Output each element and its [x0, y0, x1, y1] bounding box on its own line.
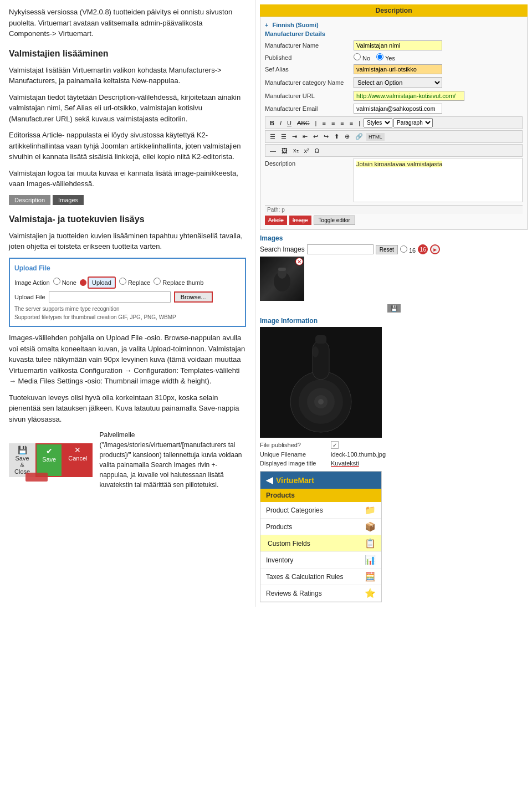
save-button[interactable]: ✔ Save [35, 443, 63, 477]
superscript-btn[interactable]: x² [302, 146, 311, 155]
omega-btn[interactable]: Ω [313, 146, 321, 155]
taxes-icon: 🧮 [365, 571, 376, 582]
editor-toolbar-row1: B I U ABC | ≡ ≡ ≡ ≡ | Styles Paragraph [265, 116, 523, 129]
bold-btn[interactable]: B [268, 119, 277, 127]
indent-btn[interactable]: ⇥ [290, 132, 299, 141]
product-categories-label: Product Categories [266, 506, 323, 514]
redo-btn[interactable]: ↪ [321, 132, 331, 141]
italic-btn[interactable]: I [278, 119, 284, 127]
email-input[interactable] [354, 104, 442, 114]
tab-images[interactable]: Images [53, 195, 84, 205]
save-label: Save [42, 456, 56, 463]
image-info-section: Image Information [260, 317, 528, 602]
svg-point-11 [312, 346, 319, 357]
lang-label: Finnish (Suomi) [273, 22, 319, 28]
replace-thumb-option[interactable]: Replace thumb [154, 278, 203, 288]
list-ol-btn[interactable]: ☰ [268, 132, 278, 141]
editor-toolbar-row2: ☰ ☰ ⇥ ⇤ ↩ ↪ ⬆ ⊕ 🔗 HTML [265, 130, 523, 143]
vm-menu-products[interactable]: Products 📦 [260, 519, 381, 535]
upload2-btn[interactable]: ⬆ [332, 132, 341, 141]
description-tab-button[interactable]: Description [260, 4, 528, 17]
manufacturer-name-control [354, 40, 523, 50]
sef-alias-label: Sef Alias [265, 66, 354, 73]
subscript-btn[interactable]: x₂ [291, 146, 301, 155]
page-16-active[interactable]: 16 [418, 244, 428, 254]
image-button[interactable]: Image [289, 216, 311, 225]
image-info-title: Image Information [260, 317, 528, 325]
url-row: Manufacturer URL [265, 91, 523, 101]
align-left-btn[interactable]: ≡ [320, 119, 328, 127]
save-close-label: Save & Close [14, 455, 30, 475]
outdent-btn[interactable]: ⇤ [300, 132, 310, 141]
styles-select[interactable]: Styles [364, 118, 392, 127]
add-btn[interactable]: ⊕ [342, 132, 352, 141]
file-input[interactable] [49, 291, 171, 303]
upload-file-box: Upload File Image Action None Upload Rep… [9, 258, 246, 327]
published-yes-option[interactable]: Yes [376, 55, 395, 62]
replace-thumb-label: Replace thumb [162, 279, 203, 286]
editor-area[interactable]: Jotain kiroastavaa valmistajasta [354, 158, 523, 202]
vm-menu-product-categories[interactable]: Product Categories 📁 [260, 502, 381, 519]
svg-point-8 [318, 399, 324, 404]
align-center-btn[interactable]: ≡ [329, 119, 337, 127]
thumb-delete-btn[interactable]: ✕ [295, 258, 303, 265]
underline-btn[interactable]: U [285, 119, 294, 127]
cancel-button[interactable]: ✕ Cancel [63, 443, 93, 477]
search-images-input[interactable] [307, 244, 374, 254]
published-yes-label: Yes [385, 55, 395, 62]
vm-menu-custom-fields[interactable]: Custom Fields 📋 [260, 535, 381, 552]
url-input[interactable] [354, 91, 464, 101]
intro-paragraph: Nykyisessä versiossa (VM2.0.8) tuotteide… [9, 7, 246, 39]
cancel-label: Cancel [68, 455, 87, 462]
heading-images: Valmistaja- ja tuotekuvien lisäys [9, 213, 246, 226]
vm-arrow-icon: ◀ [266, 475, 273, 485]
vm-menu-reviews[interactable]: Reviews & Ratings ⭐ [260, 585, 381, 602]
radio-16-1[interactable]: 16 [400, 245, 416, 254]
page-next[interactable]: ► [430, 244, 440, 254]
vm-products-tab[interactable]: Products [260, 489, 381, 502]
editor-action-buttons: Article Image Toggle editor [265, 216, 523, 225]
list-ul-btn[interactable]: ☰ [279, 132, 289, 141]
reviews-icon: ⭐ [365, 588, 376, 598]
undo-btn[interactable]: ↩ [311, 132, 320, 141]
vm-menu-taxes[interactable]: Taxes & Calculation Rules 🧮 [260, 569, 381, 585]
para-browse2: Tuotekuvan leveys olisi hyvä olla korkei… [9, 392, 246, 425]
published-no-option[interactable]: No [354, 55, 372, 62]
unique-filename-value: ideck-100.thumb.jpg [331, 451, 386, 458]
para-logo-note: Valmistajan logoa tai muuta kuvaa ei kan… [9, 168, 246, 190]
save-icon: ✔ [46, 447, 53, 455]
hr-btn[interactable]: — [268, 146, 278, 155]
abc-btn[interactable]: ABC [295, 119, 312, 127]
html-btn[interactable]: HTML [366, 133, 385, 141]
reset-button[interactable]: Reset [376, 245, 398, 254]
sef-alias-control [354, 64, 523, 74]
file-published-row: File published? ✓ [260, 441, 528, 449]
manufacturer-name-input[interactable] [354, 40, 442, 50]
align-right-btn[interactable]: ≡ [338, 119, 346, 127]
replace-option[interactable]: Replace [119, 278, 150, 288]
image-action-label: Image Action [14, 278, 50, 288]
editor-content: Jotain kiroastavaa valmistajasta [356, 161, 442, 167]
paragraph-select[interactable]: Paragraph [393, 118, 433, 127]
upload-option[interactable]: Upload [80, 277, 116, 289]
browse-button[interactable]: Browse... [174, 291, 213, 303]
large-product-svg [265, 330, 376, 435]
left-column: Nykyisessä versiossa (VM2.0.8) tuotteide… [0, 0, 255, 607]
file-published-checkbox[interactable]: ✓ [331, 441, 339, 449]
vm-logo: VirtueMart [276, 476, 314, 485]
save-image-button[interactable]: 💾 [387, 304, 401, 313]
vm-menu-inventory[interactable]: Inventory 📊 [260, 552, 381, 569]
article-button[interactable]: Article [265, 216, 287, 225]
category-row: Manufacturer category Name Select an Opt… [265, 77, 523, 88]
none-option[interactable]: None [53, 278, 76, 288]
save-close-button[interactable]: 💾 Save & Close [9, 443, 35, 477]
toggle-editor-button[interactable]: Toggle editor [314, 216, 355, 225]
justify-btn[interactable]: ≡ [347, 119, 355, 127]
img-btn2[interactable]: 🖼 [279, 146, 290, 155]
sef-alias-input[interactable] [354, 64, 442, 74]
category-select[interactable]: Select an Option [354, 77, 442, 88]
folder-icon: 📁 [365, 505, 376, 515]
tab-description[interactable]: Description [9, 195, 50, 205]
url-control [354, 91, 523, 101]
link-btn[interactable]: 🔗 [353, 132, 365, 141]
